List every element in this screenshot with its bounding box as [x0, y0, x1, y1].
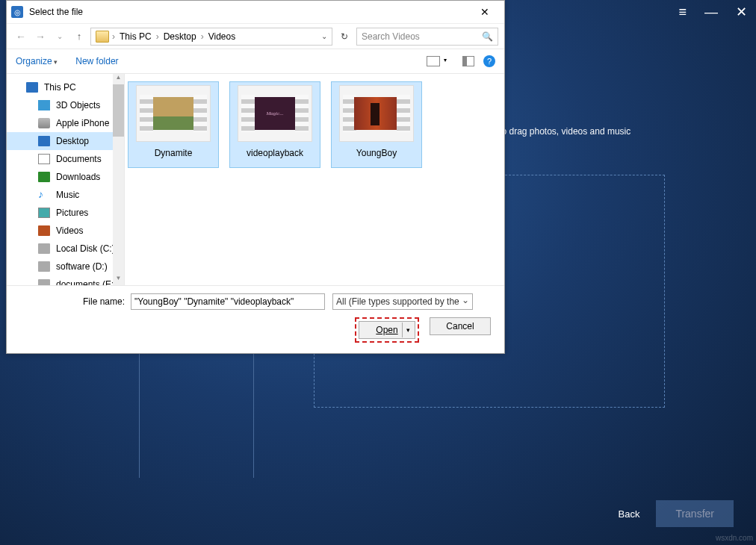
scroll-down-icon[interactable]: ▼	[113, 275, 124, 285]
tree-item-documents-e-[interactable]: documents (E:)	[7, 275, 124, 285]
open-button-highlight: Open ▾	[355, 317, 419, 343]
tree-item-label: software (D:)	[56, 261, 108, 272]
tree-item-local-disk-c-[interactable]: Local Disk (C:)	[7, 240, 124, 258]
tree-item-videos[interactable]: Videos	[7, 222, 124, 240]
tree-item-label: Local Disk (C:)	[56, 243, 115, 254]
crumb-this-pc[interactable]: This PC	[115, 31, 156, 42]
file-videoplayback[interactable]: Magic...videoplayback	[229, 81, 320, 168]
vid-icon	[38, 225, 50, 236]
app-icon: ◎	[11, 6, 23, 18]
refresh-icon[interactable]: ↻	[335, 28, 353, 46]
iphone-icon	[38, 118, 50, 128]
tree-item-label: Documents	[56, 154, 102, 164]
file-label: Dynamite	[155, 148, 193, 158]
desktop-icon	[38, 136, 50, 146]
minimize-icon[interactable]: —	[704, 4, 718, 20]
music-icon: ♪	[38, 190, 50, 200]
search-icon: 🔍	[482, 31, 493, 42]
tree-item-label: Desktop	[56, 136, 89, 146]
chevron-down-icon[interactable]: ⌄	[321, 32, 327, 40]
open-dropdown-icon[interactable]: ▾	[402, 323, 414, 337]
disk-icon	[38, 243, 50, 254]
filetype-select[interactable]: All (File types supported by the	[332, 293, 473, 310]
view-mode-icon[interactable]	[427, 56, 440, 66]
nav-up-icon[interactable]: ↑	[71, 31, 87, 42]
disk-icon	[38, 261, 50, 272]
dialog-title: Select the file	[29, 7, 470, 17]
disk-icon	[38, 279, 50, 285]
organize-menu[interactable]: Organize	[16, 56, 58, 66]
tree-item-downloads[interactable]: Downloads	[7, 168, 124, 186]
file-dynamite[interactable]: Dynamite	[128, 81, 219, 168]
divider	[253, 354, 254, 478]
tree-item-label: documents (E:)	[56, 279, 117, 285]
help-icon[interactable]: ?	[483, 55, 495, 67]
crumb-videos[interactable]: Videos	[204, 31, 240, 42]
nav-forward-icon[interactable]: →	[32, 31, 49, 43]
video-thumbnail	[136, 85, 211, 142]
video-thumbnail: Magic...	[238, 85, 312, 142]
watermark: wsxdn.com	[716, 534, 753, 542]
divider	[139, 354, 140, 478]
search-input[interactable]: Search Videos 🔍	[356, 28, 498, 46]
filename-input[interactable]	[131, 293, 325, 310]
pic-icon	[38, 208, 50, 218]
pc-icon	[26, 82, 38, 93]
scroll-up-icon[interactable]: ▲	[113, 74, 124, 84]
tree-item-documents[interactable]: Documents	[7, 150, 124, 168]
folder-icon	[96, 31, 109, 43]
video-thumbnail	[339, 85, 414, 142]
doc-icon	[38, 154, 50, 164]
nav-tree[interactable]: This PC3D ObjectsApple iPhoneDesktopDocu…	[7, 74, 125, 285]
tree-item-3d-objects[interactable]: 3D Objects	[7, 96, 124, 114]
tree-item-this-pc[interactable]: This PC	[7, 78, 124, 96]
file-list[interactable]: DynamiteMagic...videoplaybackYoungBoy	[125, 74, 504, 285]
tree-item-pictures[interactable]: Pictures	[7, 204, 124, 222]
nav-recent-icon[interactable]: ⌄	[52, 32, 68, 40]
tree-item-software-d-[interactable]: software (D:)	[7, 258, 124, 275]
3d-icon	[38, 100, 50, 110]
tree-item-music[interactable]: ♪Music	[7, 186, 124, 204]
tree-item-label: 3D Objects	[56, 100, 100, 110]
cancel-button[interactable]: Cancel	[430, 317, 491, 335]
file-dialog: ◎ Select the file ✕ ← → ⌄ ↑ › This PC › …	[6, 0, 505, 354]
tree-item-label: Videos	[56, 225, 83, 236]
nav-back-icon[interactable]: ←	[13, 31, 29, 43]
scrollbar-thumb[interactable]	[113, 84, 124, 137]
tree-item-label: Downloads	[56, 172, 100, 182]
file-label: YoungBoy	[356, 148, 397, 158]
menu-icon[interactable]: ≡	[678, 4, 687, 20]
close-icon[interactable]: ✕	[470, 6, 500, 18]
file-label: videoplayback	[247, 148, 303, 158]
back-button[interactable]: Back	[618, 508, 639, 520]
tree-item-desktop[interactable]: Desktop	[7, 132, 124, 150]
close-app-icon[interactable]: ✕	[736, 4, 747, 20]
crumb-desktop[interactable]: Desktop	[159, 31, 201, 42]
down-icon	[38, 172, 50, 182]
tree-item-apple-iphone[interactable]: Apple iPhone	[7, 114, 124, 132]
filename-label: File name:	[83, 296, 125, 307]
transfer-button: Transfer	[656, 500, 734, 527]
preview-pane-icon[interactable]	[462, 56, 474, 66]
tree-item-label: Apple iPhone	[56, 118, 109, 128]
tree-item-label: Pictures	[56, 208, 88, 218]
breadcrumb[interactable]: › This PC › Desktop › Videos ⌄	[90, 28, 332, 46]
tree-item-label: This PC	[44, 82, 76, 93]
tree-item-label: Music	[56, 190, 79, 200]
file-youngboy[interactable]: YoungBoy	[331, 81, 422, 168]
new-folder-button[interactable]: New folder	[75, 56, 118, 66]
search-placeholder: Search Videos	[362, 31, 420, 42]
